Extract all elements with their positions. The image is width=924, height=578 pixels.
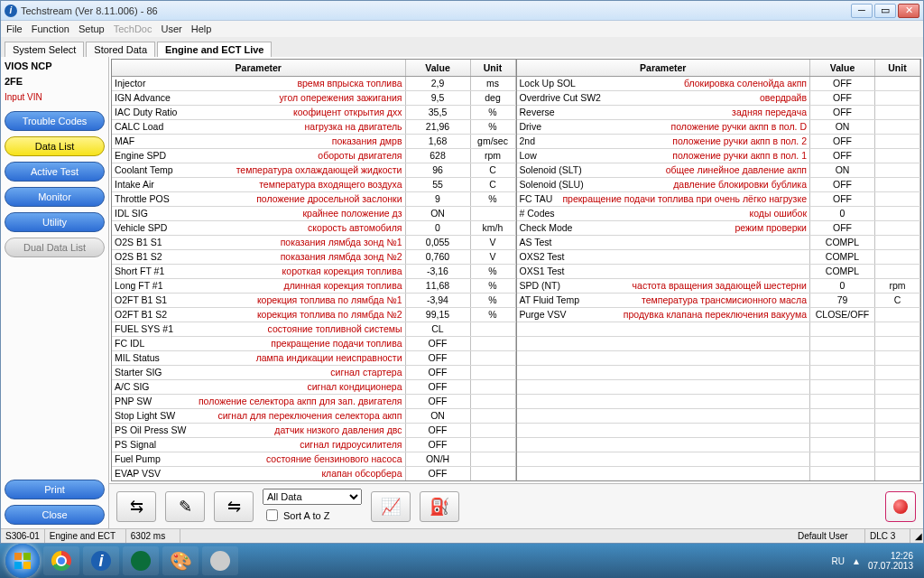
taskbar-paint[interactable]: 🎨 xyxy=(162,546,199,575)
side-data-list[interactable]: Data List xyxy=(5,136,105,156)
status-resize-grip[interactable]: ◢ xyxy=(910,529,923,543)
filter-combo[interactable]: All Data xyxy=(263,489,362,505)
graph-button[interactable]: 📈 xyxy=(371,491,411,522)
taskbar-techstream[interactable]: i xyxy=(83,546,119,575)
table-row[interactable]: O2FT B1 S1корекция топлива по лямбда №1-… xyxy=(112,294,516,308)
side-monitor[interactable]: Monitor xyxy=(5,187,105,207)
menu-file[interactable]: File xyxy=(6,23,23,34)
table-row[interactable]: Engine SPDобороты двигателя628rpm xyxy=(112,149,516,163)
minimize-button[interactable]: ─ xyxy=(851,4,873,18)
record-button[interactable] xyxy=(885,491,916,522)
table-row[interactable]: Purge VSVпродувка клапана переключения в… xyxy=(517,308,921,322)
fuel-button[interactable]: ⛽ xyxy=(420,491,459,522)
table-row[interactable]: Coolant Tempтемпература охлаждающей жидк… xyxy=(112,163,516,178)
menu-user[interactable]: User xyxy=(161,23,181,34)
columns-button-3[interactable]: ⇋ xyxy=(214,491,254,522)
table-row[interactable]: IGN Advanceугол опережения зажигания9,5d… xyxy=(112,91,516,106)
table-row[interactable]: O2S B1 S1показания лямбда зонд №10,055V xyxy=(112,236,516,250)
table-row[interactable]: A/C SIGсигнал кондиционераOFF xyxy=(112,380,516,395)
taskbar-app5[interactable] xyxy=(202,546,238,575)
col-value[interactable]: Value xyxy=(810,60,875,76)
side-close[interactable]: Close xyxy=(5,505,105,525)
table-row[interactable]: Solenoid (SLU)давление блокировки бублик… xyxy=(517,178,921,192)
menu-help[interactable]: Help xyxy=(191,23,212,34)
table-row-empty xyxy=(517,424,921,438)
maximize-button[interactable]: ▭ xyxy=(874,4,896,18)
menu-function[interactable]: Function xyxy=(32,23,69,34)
table-row[interactable]: SPD (NT)частота вращения задающей шестер… xyxy=(517,279,921,294)
columns-button-1[interactable]: ⇆ xyxy=(116,491,156,522)
side-print[interactable]: Print xyxy=(5,480,105,499)
table-row[interactable]: Fuel Pumpсостояние бензинового насосаON/… xyxy=(112,452,516,467)
col-value[interactable]: Value xyxy=(406,60,471,76)
table-row[interactable]: Lock Up SOLблокировка соленойда акппOFF xyxy=(517,77,921,91)
table-row[interactable]: Throttle POSположение дросельной заслонк… xyxy=(112,192,516,207)
table-row[interactable]: Reverseзадняя передачаOFF xyxy=(517,106,921,120)
table-row[interactable]: 2ndположение ручки акпп в пол. 2OFF xyxy=(517,135,921,149)
table-row[interactable]: OXS2 TestCOMPL xyxy=(517,250,921,265)
table-row[interactable]: Check Modeрежим проверкиOFF xyxy=(517,221,921,236)
app-icon: i xyxy=(5,5,17,17)
menu-setup[interactable]: Setup xyxy=(79,23,105,34)
table-row[interactable]: Intake Airтемпература входящего воздуха5… xyxy=(112,178,516,192)
table-row[interactable]: MIL Statusлампа индикации неисправностиO… xyxy=(112,351,516,366)
table-row[interactable]: MAFпоказания дмрв1,68gm/sec xyxy=(112,135,516,149)
close-window-button[interactable]: ✕ xyxy=(898,4,919,18)
table-row[interactable]: Vehicle SPDскорость автомобиля0km/h xyxy=(112,221,516,236)
col-parameter[interactable]: Parameter xyxy=(517,60,811,76)
table-row[interactable]: Lowположение ручки акпп в пол. 1OFF xyxy=(517,149,921,163)
tray-flag-icon[interactable]: ▲ xyxy=(852,556,861,566)
right-grid[interactable]: Parameter Value Unit Lock Up SOLблокиров… xyxy=(517,59,922,481)
tab-stored-data[interactable]: Stored Data xyxy=(86,42,155,57)
left-grid[interactable]: Parameter Value Unit Injectorвремя впрыс… xyxy=(111,59,517,481)
side-utility[interactable]: Utility xyxy=(5,212,105,232)
table-row[interactable]: O2FT B1 S2корекция топлива по лямбда №29… xyxy=(112,308,516,322)
table-row[interactable]: # Codesкоды ошибок0 xyxy=(517,207,921,221)
system-tray[interactable]: RU ▲ 12:26 07.07.2013 xyxy=(832,551,919,571)
table-row-empty xyxy=(517,467,921,480)
tab-engine-and-ect-live[interactable]: Engine and ECT Live xyxy=(157,42,272,57)
table-row[interactable]: AT Fluid Tempтемпература трансмисионного… xyxy=(517,294,921,308)
menu-techdoc[interactable]: TechDoc xyxy=(114,23,152,34)
table-row[interactable]: PS Signalсигнал гидроусилителяOFF xyxy=(112,438,516,452)
tray-lang[interactable]: RU xyxy=(832,556,845,566)
table-row[interactable]: Overdrive Cut SW2овердрайвOFF xyxy=(517,91,921,106)
col-unit[interactable]: Unit xyxy=(875,60,920,76)
svg-rect-2 xyxy=(14,562,22,569)
sort-checkbox[interactable] xyxy=(266,509,278,521)
table-row[interactable]: Stop Light SWсигнал для переключения сел… xyxy=(112,409,516,424)
taskbar-app3[interactable] xyxy=(123,546,159,575)
sidebar: VIOS NCP 2FE Input VIN Trouble CodesData… xyxy=(1,57,109,528)
table-row[interactable]: FC TAUпрекращение подачи топлива при оче… xyxy=(517,192,921,207)
table-row[interactable]: Injectorвремя впрыска топлива2,9ms xyxy=(112,77,516,91)
table-row[interactable]: OXS1 TestCOMPL xyxy=(517,265,921,279)
taskbar-chrome[interactable] xyxy=(43,546,79,575)
side-trouble-codes[interactable]: Trouble Codes xyxy=(5,111,105,131)
input-vin-link[interactable]: Input VIN xyxy=(5,92,105,102)
table-row[interactable]: EVAP VSVклапан обсорбераOFF xyxy=(112,467,516,480)
table-row-empty xyxy=(517,322,921,337)
tab-system-select[interactable]: System Select xyxy=(5,42,84,57)
table-row[interactable]: Solenoid (SLT)общее линейное давление ак… xyxy=(517,163,921,178)
table-row[interactable]: FUEL SYS #1состояние топливной системыCL xyxy=(112,322,516,337)
table-row[interactable]: IDL SIGкрайнее положение дзON xyxy=(112,207,516,221)
table-row[interactable]: Long FT #1длинная корекция топлива11,68% xyxy=(112,279,516,294)
table-row[interactable]: Driveположение ручки акпп в пол. DON xyxy=(517,120,921,135)
sort-checkbox-label[interactable]: Sort A to Z xyxy=(263,507,362,524)
side-active-test[interactable]: Active Test xyxy=(5,162,105,182)
table-row[interactable]: AS TestCOMPL xyxy=(517,236,921,250)
table-row[interactable]: PS Oil Press SWдатчик низкого давления д… xyxy=(112,424,516,438)
tray-clock[interactable]: 12:26 07.07.2013 xyxy=(868,551,913,571)
table-row[interactable]: Short FT #1короткая корекция топлива-3,1… xyxy=(112,265,516,279)
table-row[interactable]: Starter SIGсигнал стартераOFF xyxy=(112,366,516,380)
table-row[interactable]: PNP SWположение селектора акпп для зап. … xyxy=(112,395,516,409)
table-row[interactable]: FC IDLпрекращение подачи топливаOFF xyxy=(112,337,516,351)
columns-button-2[interactable]: ✎ xyxy=(165,491,205,522)
col-unit[interactable]: Unit xyxy=(471,60,516,76)
start-button[interactable] xyxy=(5,544,40,578)
side-dual-data-list[interactable]: Dual Data List xyxy=(5,238,105,257)
col-parameter[interactable]: Parameter xyxy=(112,60,406,76)
table-row[interactable]: CALC Loadнагрузка на двигатель21,96% xyxy=(112,120,516,135)
table-row[interactable]: O2S B1 S2показания лямбда зонд №20,760V xyxy=(112,250,516,265)
table-row[interactable]: IAC Duty Ratioкоофицент открытия дхх35,5… xyxy=(112,106,516,120)
